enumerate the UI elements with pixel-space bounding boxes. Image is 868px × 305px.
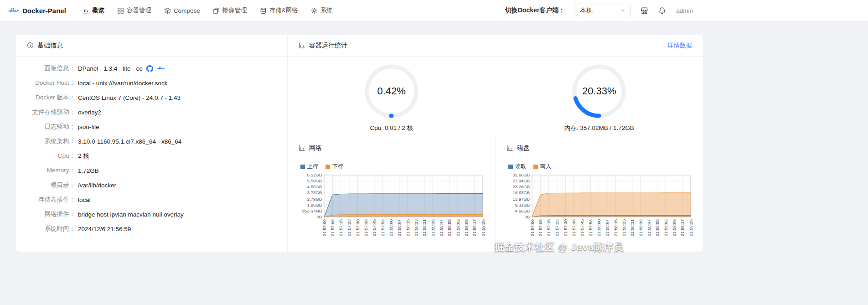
info-row: Docker 版本：CentOS Linux 7 (Core) - 24.0.7… xyxy=(27,90,276,105)
nav-item-label: 概览 xyxy=(92,6,104,15)
stats-panel: 容器运行统计 详情数据 0.42%Cpu: 0.01 / 2 核20.33%内存… xyxy=(288,35,703,252)
svg-text:21:59:02: 21:59:02 xyxy=(455,219,460,236)
gear-icon xyxy=(311,7,318,14)
network-chart: 0B953.67MB1.86GB2.79GB3.73GB4.66GB5.59GB… xyxy=(295,171,486,243)
nav-item-system[interactable]: 系统 xyxy=(305,4,338,17)
svg-text:21:57:53: 21:57:53 xyxy=(588,219,593,236)
network-chart-header: 网络 xyxy=(288,137,495,159)
dashboard-card: 基础信息 面板信息：DPanel - 1.3.4 - lite - ceDock… xyxy=(16,35,703,252)
info-label: 系统架构： xyxy=(27,137,75,145)
info-label: 存储卷插件： xyxy=(27,196,75,204)
info-value: local - unix:///var/run/docker.sock xyxy=(78,80,168,87)
gauge-percent: 0.42% xyxy=(363,63,420,119)
nav-item-label: 镜像管理 xyxy=(222,6,247,15)
client-select[interactable]: 本机 xyxy=(575,4,630,17)
nav-item-label: 系统 xyxy=(320,6,333,15)
username[interactable]: admin xyxy=(676,7,693,14)
legend-swatch xyxy=(508,165,513,169)
svg-text:21:57:38: 21:57:38 xyxy=(363,219,368,236)
database-icon xyxy=(260,7,267,14)
bar-chart-icon xyxy=(299,145,305,151)
legend-label: 下行 xyxy=(332,163,343,171)
svg-text:1.86GB: 1.86GB xyxy=(307,202,322,207)
legend-item-上行[interactable]: 上行 xyxy=(300,163,318,171)
chart-icon xyxy=(83,7,89,14)
svg-text:21:58:15: 21:58:15 xyxy=(613,219,618,236)
svg-text:23.28GB: 23.28GB xyxy=(513,184,530,189)
svg-text:21:58:55: 21:58:55 xyxy=(655,219,660,236)
stats-header: 容器运行统计 详情数据 xyxy=(288,35,703,57)
disk-chart-body: 读取写入 0B4.66GB9.31GB13.97GB18.63GB23.28GB… xyxy=(496,159,703,243)
detail-data-link[interactable]: 详情数据 xyxy=(667,41,692,50)
svg-text:21:58:00: 21:58:00 xyxy=(596,219,601,236)
svg-text:21:57:23: 21:57:23 xyxy=(554,219,559,236)
svg-text:21:59:02: 21:59:02 xyxy=(663,219,668,236)
svg-text:21:58:23: 21:58:23 xyxy=(413,219,418,236)
svg-text:21:57:45: 21:57:45 xyxy=(372,219,377,236)
main-nav: 概览容器管理Compose镜像管理存储&网络系统 xyxy=(77,4,338,17)
info-label: Cpu： xyxy=(27,152,75,160)
svg-text:21:57:30: 21:57:30 xyxy=(563,219,568,236)
info-value: bridge host ipvlan macvlan null overlay xyxy=(78,211,184,218)
info-row: Cpu：2 核 xyxy=(27,149,276,163)
svg-text:21:58:31: 21:58:31 xyxy=(422,219,427,236)
info-value: /var/lib/docker xyxy=(78,182,116,189)
network-chart-panel: 网络 上行下行 0B953.67MB1.86GB2.79GB3.73GB4.66… xyxy=(288,137,496,252)
svg-text:0B: 0B xyxy=(316,214,322,219)
svg-text:21:57:00: 21:57:00 xyxy=(322,219,327,236)
svg-text:21:58:47: 21:58:47 xyxy=(646,219,651,236)
topbar-right: 切换Docker客户端： 本机 admin xyxy=(505,4,693,17)
info-value: 2024/12/6 21:56:59 xyxy=(78,226,131,233)
info-label: 面板信息： xyxy=(27,64,75,72)
legend-swatch xyxy=(326,165,330,169)
info-value: overlay2 xyxy=(78,109,101,116)
info-label: Docker Host： xyxy=(27,79,75,87)
nav-item-images[interactable]: 镜像管理 xyxy=(207,4,253,17)
svg-text:0B: 0B xyxy=(524,214,530,219)
nav-item-overview[interactable]: 概览 xyxy=(77,4,110,17)
svg-text:6.52GB: 6.52GB xyxy=(307,172,322,177)
docker-icon[interactable] xyxy=(157,65,165,72)
github-icon[interactable] xyxy=(146,65,153,72)
legend-item-写入[interactable]: 写入 xyxy=(533,163,551,171)
gauge-ring: 0.42% xyxy=(363,63,420,119)
nav-item-compose[interactable]: Compose xyxy=(159,5,206,17)
nav-item-label: Compose xyxy=(174,7,200,14)
gauge-caption: 内存: 357.02MB / 1.72GB xyxy=(564,124,634,132)
legend-item-下行[interactable]: 下行 xyxy=(326,163,343,171)
svg-text:21:57:23: 21:57:23 xyxy=(346,219,351,236)
nav-item-containers[interactable]: 容器管理 xyxy=(112,4,157,17)
svg-text:21:57:00: 21:57:00 xyxy=(530,219,535,236)
package-icon xyxy=(164,7,171,14)
gauge-ring: 20.33% xyxy=(571,63,627,119)
svg-text:21:57:08: 21:57:08 xyxy=(538,219,543,236)
watermark: 掘金技术社区 @ Java陈序员 xyxy=(495,241,624,253)
bell-icon[interactable] xyxy=(658,7,666,15)
svg-text:2.79GB: 2.79GB xyxy=(307,196,322,202)
svg-text:27.94GB: 27.94GB xyxy=(513,178,530,183)
info-row: 面板信息：DPanel - 1.3.4 - lite - ce xyxy=(27,61,276,76)
client-switch-label: 切换Docker客户端： xyxy=(505,6,565,15)
legend-item-读取[interactable]: 读取 xyxy=(508,163,526,171)
svg-text:13.97GB: 13.97GB xyxy=(513,196,530,202)
svg-text:3.73GB: 3.73GB xyxy=(307,190,322,195)
svg-text:18.63GB: 18.63GB xyxy=(513,190,530,195)
svg-text:9.31GB: 9.31GB xyxy=(515,202,530,207)
legend-swatch xyxy=(533,165,538,169)
info-label: 文件存储驱动： xyxy=(27,108,75,116)
network-legend: 上行下行 xyxy=(300,163,490,171)
info-row: Docker Host：local - unix:///var/run/dock… xyxy=(27,76,276,90)
info-value: CentOS Linux 7 (Core) - 24.0.7 - 1.43 xyxy=(78,94,181,101)
nav-item-storage[interactable]: 存储&网络 xyxy=(254,4,304,17)
brand[interactable]: Docker-Panel xyxy=(8,6,66,15)
legend-label: 写入 xyxy=(540,163,551,171)
nav-item-label: 容器管理 xyxy=(127,6,151,15)
svg-text:21:57:45: 21:57:45 xyxy=(579,219,584,236)
info-value: local xyxy=(78,196,91,203)
gauges: 0.42%Cpu: 0.01 / 2 核20.33%内存: 357.02MB /… xyxy=(288,57,703,137)
svg-text:32.60GB: 32.60GB xyxy=(513,172,530,177)
basic-info-panel: 基础信息 面板信息：DPanel - 1.3.4 - lite - ceDock… xyxy=(16,35,288,252)
svg-text:21:57:15: 21:57:15 xyxy=(338,219,343,236)
store-icon[interactable] xyxy=(641,7,648,15)
disk-legend: 读取写入 xyxy=(508,163,698,171)
